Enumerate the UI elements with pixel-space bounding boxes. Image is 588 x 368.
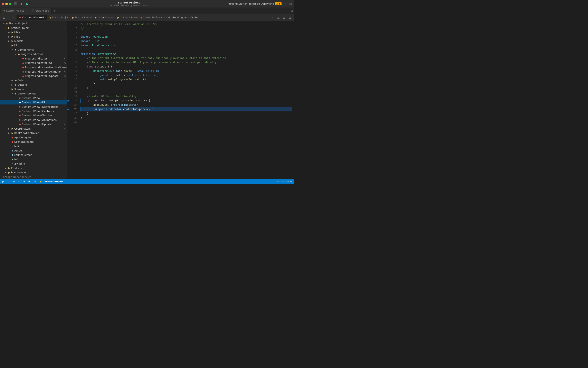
sidebar-item-utils[interactable]: ▶ ▶ Utils [0,30,67,34]
sidebar-label-utils: Utils [14,31,66,34]
bc-customuiview[interactable]: ▶ CustomUIView [117,16,138,19]
cells-folder-icon: ▶ [14,79,18,82]
cells-arrow: ▶ [11,79,14,82]
new-tab-button[interactable]: ＋ [53,9,56,13]
layout-button[interactable]: ⊞ [289,1,292,6]
cuv5-swift-icon: ◆ [18,114,22,117]
sidebar-label-components: Components [18,48,66,51]
sidebar-item-screens[interactable]: ▾ ▶ Screens [0,87,67,91]
models-arrow: ▶ [7,40,11,42]
code-line-28 [80,120,292,124]
debug-env-button[interactable]: ⚡ [38,180,43,183]
sidebar-item-appdelegate[interactable]: ◆ AppDelegate [0,135,67,139]
appdelegate-swift-icon: ◆ [11,136,14,139]
debug-restart-button[interactable]: ⟳ [27,180,31,183]
minimize-button[interactable] [5,3,8,5]
sidebar-item-cells[interactable]: ▶ ▶ Cells [0,78,67,83]
debug-pause-button[interactable]: ⏸ [7,180,10,183]
close-button[interactable] [2,3,4,5]
tab-starter-project[interactable]: ◈ Starter Project › [1,8,29,14]
utils-arrow: ▶ [7,31,11,33]
sidebar-item-pi3[interactable]: ◆ ProgressIndicator+Notifications A [0,65,67,69]
sidebar-item-assets[interactable]: ◼ Assets [0,148,67,153]
line-numbers: 5 6 7 8 9 10 11 12 13 14 15 16 17 18 19 … [71,22,79,178]
tab-delaphone[interactable]: 📱 DelaPhone [29,8,52,14]
bc-screens[interactable]: ▶ Screens [103,16,115,19]
pi3-badge: A [65,66,67,69]
cuv6-swift-icon: ◆ [18,118,22,121]
code-editor[interactable]: ● ● 5 6 7 8 9 10 11 12 13 14 15 16 [67,21,294,179]
sidebar-item-cuv5[interactable]: ◆ CustomUIView+Touches [0,113,67,118]
bc-file[interactable]: ◆ CustomUIView+UI [140,16,165,19]
debug-breakpoints-button[interactable]: ⎇ [33,180,37,183]
sidebar-item-package-deps[interactable]: Package Dependencies [0,175,67,179]
inspector-button[interactable]: ⊟ [282,15,287,20]
bc-ui[interactable]: ▶ UI [95,16,100,19]
sidebar-item-cuv3[interactable]: ◆ CustomUIView+Notifications [0,104,67,109]
sidebar-item-info[interactable]: ◼ Info [0,157,67,162]
layout-split-button[interactable]: ⊞ [287,15,292,20]
sidebar-item-cuv6[interactable]: ◆ CustomUIView+Animations [0,118,67,122]
sidebar-item-files[interactable]: ▶ ▶ Files [0,34,67,39]
sidebar-label-pi4: ProgressIndicator+Animation [25,70,64,73]
sidebar-toggle-icon[interactable]: ☰ [14,2,17,6]
edit-mode-button[interactable]: ✎ [270,15,275,20]
sidebar-item-pi4[interactable]: ◆ ProgressIndicator+Animation A [0,70,67,74]
debug-step-over-button[interactable]: ↩ [12,180,16,183]
debug-step-into-button[interactable]: ↘ [17,180,21,183]
code-line-16: DispatchQueue.main.async { [weak self] i… [80,69,292,73]
sidebar-item-progressindicator-folder[interactable]: ▾ ▶ ProgressIndicator [0,52,67,56]
bc-sp2[interactable]: ▶ Starter Project [72,16,92,19]
sidebar-item-cuv7[interactable]: ◆ CustomUIView+Update M [0,122,67,126]
code-area: ● ● 5 6 7 8 9 10 11 12 13 14 15 16 [67,21,294,179]
nav-forward-button[interactable]: › [12,15,15,20]
sidebar-item-ui[interactable]: ▾ ▶ UI [0,43,67,47]
debug-run-button[interactable]: ▶ [2,180,5,183]
sidebar-item-customuiview-folder[interactable]: ▾ ▶ CustomUIView [0,91,67,96]
sidebar-root[interactable]: ▾ ◈ Starter Project [0,21,67,26]
sidebar-item-scenedelegate[interactable]: ◆ SceneDelegate [0,140,67,144]
sidebar-item-launchscreen[interactable]: ◼ LaunchScreen [0,153,67,157]
code-content[interactable]: // Created by Oscar de la Hera Gomez on … [79,22,294,178]
products-folder-icon: ▶ [7,167,11,169]
sidebar-item-models[interactable]: ▶ ▶ Models [0,39,67,43]
main-content: ▾ ◈ Starter Project ▾ ▶ Starter Project … [0,21,294,179]
code-line-19: } [80,82,292,86]
sidebar-item-pi1[interactable]: ◆ ProgressIndicator A [0,56,67,61]
pi-folder-arrow: ▾ [14,53,17,55]
sidebar-item-rootvc[interactable]: ▶ ▶ RootViewController [0,131,67,135]
sidebar-item-starter-project[interactable]: ▾ ▶ Starter Project M [0,26,67,30]
pi3-swift-icon: ◆ [21,66,25,69]
editor-layout-button[interactable]: ⊡ [290,9,293,13]
add-tab-button[interactable]: ＋ [283,1,287,6]
badge-m: M [64,27,66,29]
stop-button[interactable]: ■ [19,2,23,6]
sidebar-item-products[interactable]: ▶ ▶ Products [0,166,67,170]
sidebar-item-cuv2[interactable]: ◆ CustomUIView+UI [0,100,67,104]
frameworks-arrow: ▶ [4,171,7,174]
run-button[interactable]: ▶ [25,2,30,6]
active-file-tab[interactable]: ◆ CustomUIView+UI [17,15,47,20]
sidebar-item-coordinators[interactable]: ▶ ▶ Coordinators M [0,127,67,131]
sidebar-item-cuv4[interactable]: ◆ CustomUIView+Gestures [0,109,67,113]
sidebar-item-pi2[interactable]: ◆ ProgressIndicator+UI A [0,61,67,65]
nav-back-button[interactable]: ‹ [7,15,11,20]
sidebar-item-cuv1[interactable]: ◆ CustomUIView M [0,96,67,100]
code-line-5: // Created by Oscar de la Hera Gomez on … [80,22,292,26]
sidebar-item-swiftlint[interactable]: ✕ .swiftlint [0,162,67,166]
grid-view-button[interactable]: ⊞ [2,15,7,20]
maximize-button[interactable] [9,3,11,5]
sidebar-label-files: Files [14,35,66,38]
bc-starter-project[interactable]: ◈ Starter Project [49,16,70,19]
sidebar-label-cuv3: CustomUIView+Notifications [22,105,66,108]
sidebar-item-main[interactable]: ✕ Main [0,144,67,148]
sidebar-item-components[interactable]: ▾ ▶ Components [0,48,67,52]
sidebar-item-pi5[interactable]: ◆ ProgressIndicator+Update A [0,74,67,78]
sidebar-label-buttons: Buttons [18,83,66,86]
sidebar-item-buttons[interactable]: ▶ ▶ Buttons [0,83,67,87]
sidebar-item-frameworks[interactable]: ▶ ▶ Frameworks [0,170,67,175]
pi5-swift-icon: ◆ [21,75,25,77]
warning-button[interactable]: ⚠ [276,15,281,20]
bc-method[interactable]: M setupProgressIndicator() [168,16,201,19]
debug-step-out-button[interactable]: ⇥ [22,180,26,183]
